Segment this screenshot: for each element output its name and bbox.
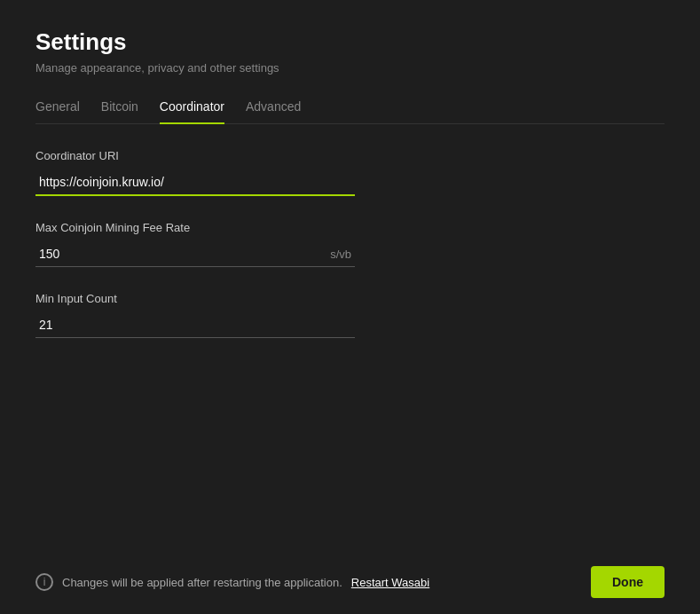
fee-rate-unit: s/vb <box>330 248 351 261</box>
page-title: Settings <box>35 28 665 56</box>
coordinator-uri-label: Coordinator URI <box>35 149 665 162</box>
page-container: Settings Manage appearance, privacy and … <box>0 0 700 614</box>
info-icon: i <box>35 573 53 591</box>
fee-rate-group: Max Coinjoin Mining Fee Rate s/vb <box>35 221 665 267</box>
min-input-group: Min Input Count <box>35 292 665 338</box>
min-input-row <box>35 312 355 338</box>
info-message-container: i Changes will be applied after restarti… <box>35 573 429 591</box>
tab-general[interactable]: General <box>35 99 80 124</box>
fee-rate-label: Max Coinjoin Mining Fee Rate <box>35 221 665 234</box>
coordinator-uri-input[interactable] <box>35 169 355 196</box>
info-message-text: Changes will be applied after restarting… <box>62 576 342 589</box>
tab-bitcoin[interactable]: Bitcoin <box>101 99 138 124</box>
tab-advanced[interactable]: Advanced <box>246 99 301 124</box>
fee-rate-input[interactable] <box>39 247 326 261</box>
coordinator-uri-group: Coordinator URI <box>35 149 665 196</box>
fee-rate-row: s/vb <box>35 241 355 267</box>
restart-wasabi-link[interactable]: Restart Wasabi <box>351 576 429 589</box>
min-input-input[interactable] <box>39 318 351 332</box>
page-subtitle: Manage appearance, privacy and other set… <box>35 61 665 75</box>
tabs-container: General Bitcoin Coordinator Advanced <box>35 99 665 124</box>
tab-coordinator[interactable]: Coordinator <box>160 99 224 124</box>
bottom-bar: i Changes will be applied after restarti… <box>0 550 700 614</box>
form-section: Coordinator URI Max Coinjoin Mining Fee … <box>35 149 665 586</box>
min-input-label: Min Input Count <box>35 292 665 305</box>
done-button[interactable]: Done <box>591 566 665 598</box>
